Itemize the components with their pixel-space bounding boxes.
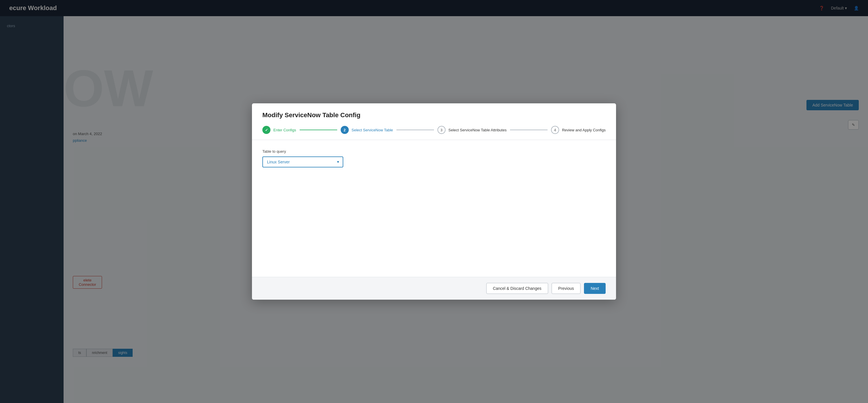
cancel-discard-button[interactable]: Cancel & Discard Changes [486,283,548,294]
step-4-circle: 4 [551,126,559,134]
table-query-select[interactable]: Linux Server Windows Server Network Devi… [262,157,343,167]
previous-button[interactable]: Previous [552,283,581,294]
modal-title: Modify ServiceNow Table Config [262,111,606,119]
next-button[interactable]: Next [584,283,606,294]
step-1-label: Enter Configs [273,128,296,132]
modal-header: Modify ServiceNow Table Config Enter Con… [252,103,616,140]
step-1-circle [262,126,271,134]
wizard-stepper: Enter Configs 2 Select ServiceNow Table … [262,126,606,134]
modal-footer: Cancel & Discard Changes Previous Next [252,277,616,300]
table-query-select-wrapper: Linux Server Windows Server Network Devi… [262,157,343,167]
step-4: 4 Review and Apply Configs [551,126,606,134]
step-4-label: Review and Apply Configs [562,128,606,132]
modal-body: Table to query Linux Server Windows Serv… [252,140,616,277]
step-1-check-icon [265,128,268,132]
step-1: Enter Configs [262,126,296,134]
table-query-label: Table to query [262,149,606,154]
modal-dialog: Modify ServiceNow Table Config Enter Con… [252,103,616,300]
step-2-label: Select ServiceNow Table [352,128,393,132]
step-3: 3 Select ServiceNow Table Attributes [437,126,506,134]
connector-3-4 [510,130,548,130]
step-3-circle: 3 [437,126,445,134]
connector-1-2 [300,130,337,130]
modal-overlay: Modify ServiceNow Table Config Enter Con… [0,0,868,403]
step-3-label: Select ServiceNow Table Attributes [448,128,506,132]
step-2-circle: 2 [341,126,349,134]
connector-2-3 [397,130,434,130]
step-2: 2 Select ServiceNow Table [341,126,393,134]
